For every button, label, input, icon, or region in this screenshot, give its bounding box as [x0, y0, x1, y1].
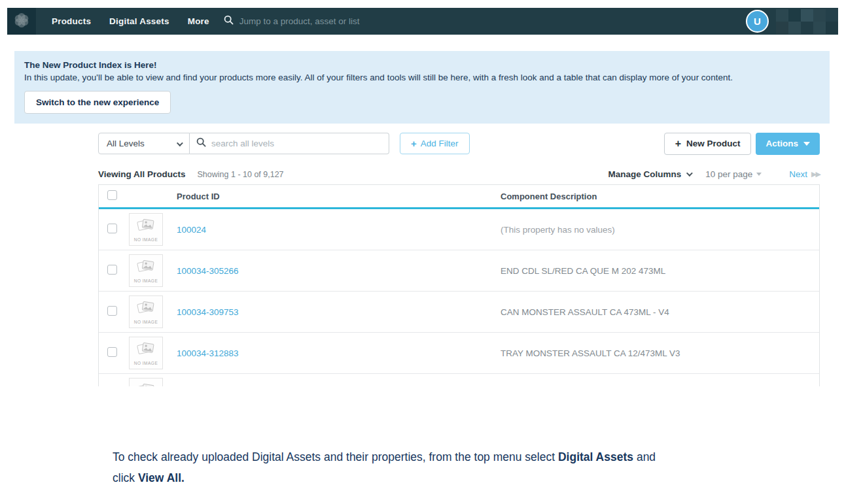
new-index-banner: The New Product Index is Here! In this u… [14, 51, 830, 124]
no-image-icon [136, 217, 156, 237]
new-product-button[interactable]: + New Product [664, 133, 752, 155]
no-image-label: NO IMAGE [134, 278, 158, 283]
table-row: NO IMAGE [99, 374, 819, 386]
table-row: NO IMAGE 100024 (This property has no va… [99, 209, 819, 250]
app-logo[interactable] [7, 8, 36, 35]
component-description: TRAY MONSTER ASSAULT CA 12/473ML V3 [501, 348, 819, 358]
product-id-link[interactable]: 100024 [177, 225, 206, 235]
component-description: (This property has no values) [501, 225, 819, 235]
level-filter-select[interactable]: All Levels [98, 133, 190, 154]
no-image-icon [136, 299, 156, 319]
next-double-arrow-icon: ▶▶ [811, 170, 820, 178]
table-row: NO IMAGE 100034-312883 TRAY MONSTER ASSA… [99, 333, 819, 374]
instruction-plain-text: To check already uploaded Digital Assets… [113, 450, 558, 463]
search-icon [224, 15, 234, 27]
add-filter-button[interactable]: + Add Filter [400, 133, 470, 154]
banner-body: In this update, you'll be able to view a… [24, 73, 820, 82]
column-header-product-id[interactable]: Product ID [177, 192, 501, 201]
select-all-checkbox[interactable] [107, 190, 117, 200]
column-header-description[interactable]: Component Description [501, 192, 819, 201]
salsify-flower-icon [12, 10, 31, 33]
table-body: NO IMAGE 100024 (This property has no va… [99, 209, 819, 386]
nav-item-more[interactable]: More [179, 8, 219, 35]
plus-icon: + [675, 138, 681, 150]
no-image-label: NO IMAGE [134, 361, 158, 365]
instruction-plain-text: and [633, 450, 656, 463]
next-page-button[interactable]: Next ▶▶ [789, 169, 820, 179]
chevron-down-icon [177, 139, 181, 148]
manage-columns-button[interactable]: Manage Columns [608, 169, 691, 179]
per-page-select[interactable]: 10 per page [705, 169, 762, 179]
plus-icon: + [411, 138, 417, 149]
banner-title: The New Product Index is Here! [24, 60, 820, 70]
top-navbar: ProductsDigital AssetsMore U [7, 8, 838, 35]
showing-count: Showing 1 - 10 of 9,127 [198, 170, 284, 179]
no-image-placeholder: NO IMAGE [129, 337, 163, 369]
no-image-placeholder: NO IMAGE [129, 254, 163, 287]
nav-item-products[interactable]: Products [43, 8, 100, 35]
switch-experience-button[interactable]: Switch to the new experience [24, 91, 171, 114]
row-checkbox[interactable] [107, 306, 117, 316]
product-id-link[interactable]: 100034-312883 [177, 348, 239, 358]
actions-button[interactable]: Actions [756, 133, 820, 155]
add-filter-label: Add Filter [421, 139, 459, 148]
filter-toolbar: All Levels + Add Filter + New Product [98, 133, 820, 154]
global-search-input[interactable] [239, 16, 462, 26]
instruction-bold-text: Digital Assets [558, 450, 633, 463]
no-image-icon [136, 258, 156, 278]
component-description: CAN MONSTER ASSAULT CA 473ML - V4 [501, 307, 819, 317]
new-product-label: New Product [686, 139, 741, 148]
row-checkbox[interactable] [107, 347, 117, 357]
user-avatar[interactable]: U [746, 10, 769, 33]
search-icon [196, 137, 206, 150]
navbar-menu: ProductsDigital AssetsMore [43, 8, 219, 35]
next-label: Next [789, 169, 807, 179]
navbar-right: U [746, 8, 838, 35]
redacted-username [776, 9, 838, 34]
no-image-icon [136, 341, 156, 360]
no-image-label: NO IMAGE [134, 320, 158, 324]
table-header-row: Product ID Component Description [99, 185, 819, 209]
list-meta-row: Viewing All Products Showing 1 - 10 of 9… [98, 169, 820, 179]
no-image-placeholder: NO IMAGE [129, 295, 163, 328]
per-page-value: 10 per page [705, 169, 752, 179]
actions-label: Actions [765, 139, 798, 148]
instruction-plain-text: click [113, 471, 138, 484]
table-row: NO IMAGE 100034-309753 CAN MONSTER ASSAU… [99, 292, 819, 333]
product-index-content: All Levels + Add Filter + New Product [98, 133, 820, 386]
viewing-label: Viewing All Products [98, 169, 186, 179]
toolbar-actions: + New Product Actions [664, 133, 820, 155]
level-filter-value: All Levels [107, 139, 145, 148]
no-image-placeholder: NO IMAGE [129, 213, 163, 246]
nav-item-digital-assets[interactable]: Digital Assets [100, 8, 179, 35]
chevron-down-icon [686, 170, 693, 176]
list-meta-controls: Manage Columns 10 per page Next ▶▶ [608, 169, 820, 179]
product-id-link[interactable]: 100034-309753 [177, 307, 239, 317]
row-checkbox[interactable] [107, 265, 117, 275]
no-image-icon [136, 382, 156, 386]
instruction-text: To check already uploaded Digital Assets… [113, 446, 741, 488]
level-search-input[interactable] [211, 139, 382, 148]
no-image-label: NO IMAGE [134, 237, 158, 242]
chevron-down-icon [803, 142, 810, 146]
manage-columns-label: Manage Columns [608, 169, 681, 179]
table-row: NO IMAGE 100034-305266 END CDL SL/RED CA… [99, 250, 819, 292]
row-checkbox[interactable] [107, 224, 117, 233]
product-id-link[interactable]: 100034-305266 [177, 266, 239, 276]
instruction-bold-text: View All. [138, 471, 185, 484]
products-table: Product ID Component Description [98, 184, 820, 386]
chevron-down-icon [756, 173, 762, 176]
component-description: END CDL SL/RED CA QUE M 202 473ML [501, 266, 819, 276]
level-search-box [190, 133, 389, 154]
global-search [224, 15, 746, 27]
no-image-placeholder: NO IMAGE [129, 378, 163, 386]
